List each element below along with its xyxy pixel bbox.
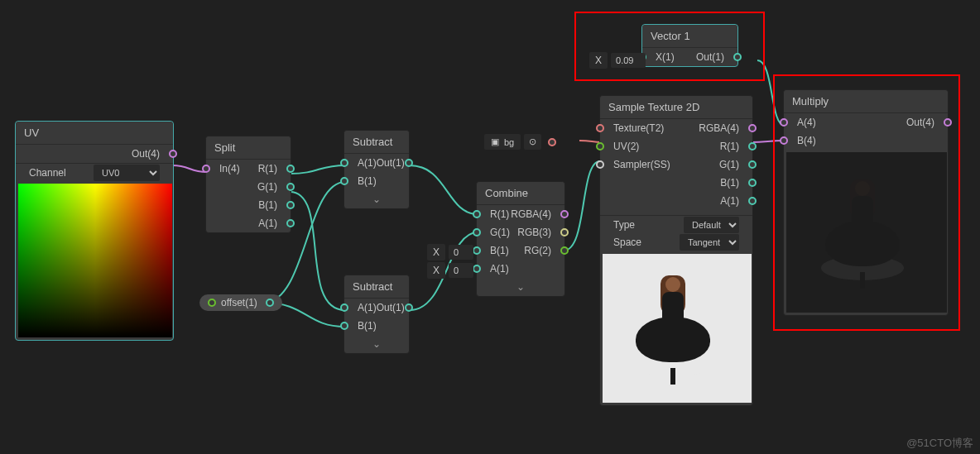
multiply-preview [786, 152, 947, 313]
port-label: A(1) [358, 302, 377, 313]
output-port[interactable] [748, 124, 757, 132]
output-port[interactable] [286, 183, 295, 191]
output-port[interactable] [560, 210, 569, 218]
port-label: X(1) [656, 51, 675, 63]
vector1-node[interactable]: Vector 1 X(1) Out(1) [641, 24, 738, 67]
port-label: A(1) [720, 195, 739, 207]
port-label: G(1) [719, 159, 739, 170]
input-port[interactable] [473, 265, 481, 273]
input-label: X [427, 262, 445, 279]
channel-dropdown[interactable]: UV0 [94, 165, 160, 181]
object-picker-icon[interactable]: ⊙ [524, 134, 541, 150]
x-input-group: X [589, 53, 646, 68]
texture-object-field[interactable]: ▣bg ⊙ [484, 134, 556, 150]
property-label: Channel [29, 167, 66, 179]
property-label: offset(1) [221, 297, 257, 308]
property-label: Type [613, 219, 635, 231]
port-label: Sampler(SS) [613, 159, 670, 170]
chevron-down-icon[interactable]: ⌄ [477, 278, 564, 296]
subtract-node[interactable]: Subtract A(1) Out(1) B(1) ⌄ [343, 130, 410, 209]
property-indicator [208, 299, 216, 307]
output-port[interactable] [286, 201, 295, 209]
image-icon: ▣ [491, 136, 499, 147]
split-node[interactable]: Split In(4) R(1) G(1) B(1) A(1) [205, 136, 291, 233]
port-label: R(1) [720, 141, 739, 152]
property-label: Space [613, 237, 641, 248]
port-label: Out(1) [696, 51, 724, 63]
port-label: B(1) [720, 177, 739, 189]
port-label: Out(4) [132, 148, 160, 160]
output-port[interactable] [560, 228, 569, 237]
output-port[interactable] [560, 246, 569, 255]
value-input[interactable] [611, 53, 646, 68]
subtract-node[interactable]: Subtract A(1) Out(1) B(1) ⌄ [343, 275, 410, 354]
node-title: UV [16, 122, 173, 145]
input-port[interactable] [596, 124, 604, 132]
input-port[interactable] [596, 142, 604, 151]
port-label: Texture(T2) [613, 122, 664, 134]
output-port[interactable] [405, 303, 413, 312]
output-port[interactable] [748, 160, 757, 169]
value-input[interactable] [449, 245, 473, 260]
texture-preview [603, 254, 752, 403]
x-input-group: X [427, 245, 473, 260]
input-port[interactable] [473, 228, 481, 237]
output-port[interactable] [266, 299, 274, 307]
input-port[interactable] [340, 159, 348, 167]
sample-texture-2d-node[interactable]: Sample Texture 2D Texture(T2) RGBA(4) UV… [599, 95, 753, 406]
port-label: UV(2) [613, 141, 639, 152]
input-port[interactable] [473, 210, 481, 218]
node-title: Combine [477, 182, 564, 205]
combine-node[interactable]: Combine R(1) RGBA(4) G(1) RGB(3) B(1) RG… [476, 181, 565, 297]
output-port[interactable] [748, 179, 757, 187]
uv-node[interactable]: UV Out(4) Channel UV0 [15, 121, 174, 341]
node-title: Multiply [784, 90, 948, 113]
port-label: G(1) [490, 227, 510, 238]
output-port[interactable] [548, 138, 556, 146]
output-port[interactable] [748, 142, 757, 151]
value-input[interactable] [449, 263, 473, 278]
input-port[interactable] [202, 165, 210, 173]
output-port[interactable] [169, 150, 177, 158]
port-label: A(4) [797, 117, 816, 128]
input-port[interactable] [340, 177, 348, 185]
node-title: Subtract [344, 131, 409, 154]
port-label: A(1) [358, 157, 377, 169]
input-port[interactable] [780, 136, 788, 145]
input-label: X [427, 244, 445, 260]
node-title: Split [206, 136, 291, 160]
input-port[interactable] [780, 118, 788, 127]
type-dropdown[interactable]: Default [684, 217, 739, 233]
port-label: A(1) [490, 263, 509, 275]
input-port[interactable] [596, 160, 604, 169]
port-label: R(1) [490, 208, 509, 220]
port-label: Out(1) [377, 302, 405, 313]
output-port[interactable] [405, 159, 413, 167]
input-port[interactable] [340, 322, 348, 330]
port-label: Out(4) [906, 117, 934, 128]
output-port[interactable] [286, 165, 295, 173]
port-label: RG(2) [524, 245, 551, 256]
output-port[interactable] [286, 219, 295, 227]
port-label: RGBA(4) [699, 122, 739, 134]
port-label: Out(1) [377, 157, 405, 169]
multiply-node[interactable]: Multiply A(4) Out(4) B(4) [783, 89, 949, 316]
offset-property[interactable]: offset(1) [199, 294, 282, 311]
space-dropdown[interactable]: Tangent [680, 234, 739, 251]
node-title: Vector 1 [642, 25, 737, 48]
texture-name: bg [504, 137, 514, 147]
input-port[interactable] [473, 246, 481, 255]
node-title: Subtract [344, 275, 409, 299]
node-title: Sample Texture 2D [600, 96, 752, 119]
chevron-down-icon[interactable]: ⌄ [344, 335, 409, 353]
output-port[interactable] [748, 197, 757, 205]
port-label: R(1) [258, 163, 277, 174]
output-port[interactable] [733, 53, 742, 61]
watermark: @51CTO博客 [906, 436, 973, 451]
output-port[interactable] [944, 118, 952, 127]
uv-preview [18, 184, 172, 337]
input-port[interactable] [340, 303, 348, 312]
chevron-down-icon[interactable]: ⌄ [344, 190, 409, 208]
port-label: B(1) [490, 245, 509, 256]
port-label: A(1) [258, 217, 277, 229]
